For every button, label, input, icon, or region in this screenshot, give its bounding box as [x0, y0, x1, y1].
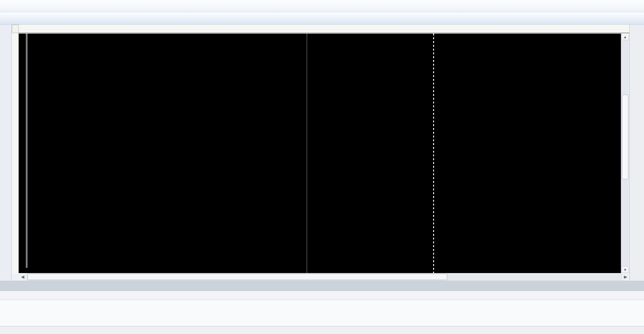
guide-line — [307, 34, 307, 273]
status-bar — [0, 326, 644, 334]
color-palette — [0, 300, 644, 326]
common-ribs-strip — [27, 237, 433, 268]
right-pattern-panel — [435, 34, 621, 270]
vscroll-thumb[interactable] — [622, 94, 628, 180]
left-dock — [0, 25, 12, 291]
color-panel-titlebar — [0, 291, 644, 300]
scroll-left-icon[interactable]: ◀ — [19, 273, 26, 281]
ruler-corner — [12, 25, 19, 33]
horizontal-scrollbar[interactable]: ◀ ▶ — [19, 273, 629, 281]
toolbar — [0, 12, 644, 25]
pattern-canvas[interactable] — [19, 33, 621, 273]
vertical-scrollbar[interactable]: ▲ ▼ — [621, 33, 629, 273]
horizontal-ruler — [19, 25, 632, 33]
pattern-grid — [29, 34, 435, 235]
app-window: ▲ ▼ ◀ ▶ — [0, 0, 644, 334]
scroll-down-icon[interactable]: ▼ — [621, 266, 629, 273]
menu-bar — [0, 0, 644, 12]
view-tab-bar — [0, 281, 644, 291]
vertical-ruler — [12, 33, 19, 273]
scroll-right-icon[interactable]: ▶ — [622, 273, 629, 281]
selection-ants — [433, 34, 434, 273]
scroll-up-icon[interactable]: ▲ — [621, 33, 629, 40]
hscroll-thumb[interactable] — [27, 274, 447, 280]
workspace-strip[interactable] — [629, 25, 644, 291]
